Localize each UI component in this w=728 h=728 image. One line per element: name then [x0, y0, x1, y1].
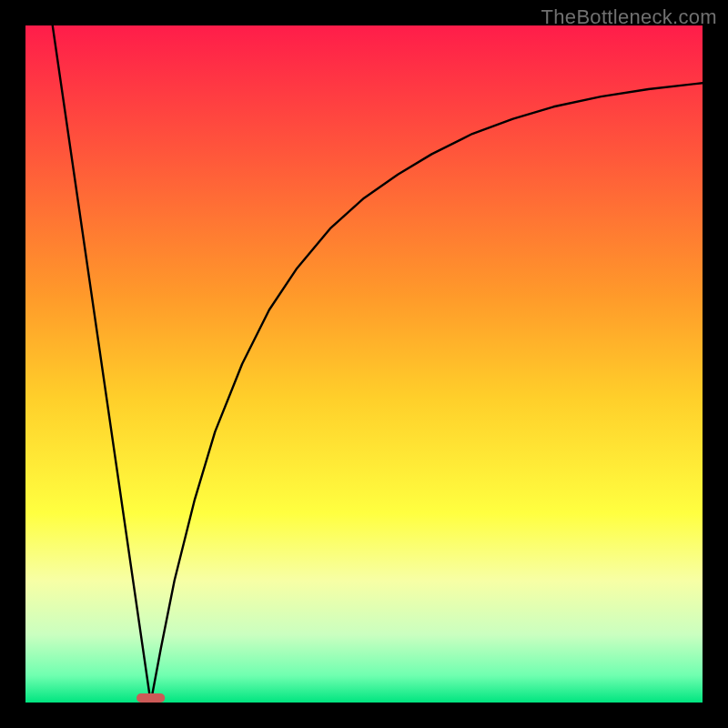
chart-svg — [25, 25, 703, 703]
chart-min-marker — [136, 693, 165, 703]
watermark-text: TheBottleneck.com — [541, 5, 717, 29]
chart-frame: TheBottleneck.com — [0, 0, 728, 728]
min-marker-rect — [136, 693, 165, 703]
chart-background-gradient — [25, 25, 703, 703]
chart-plot-area — [25, 25, 703, 703]
